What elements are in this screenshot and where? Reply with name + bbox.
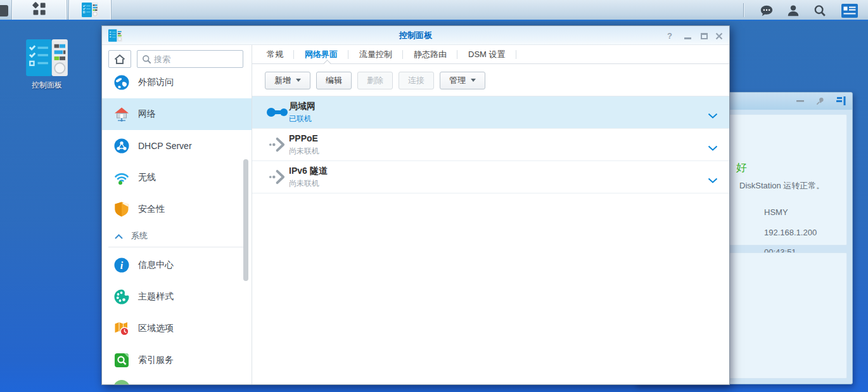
sidebar-item-wireless[interactable]: 无线 (102, 162, 252, 193)
server-name-value: HSMY (764, 207, 788, 217)
health-status-text: DiskStation 运转正常。 (739, 180, 824, 192)
svg-text:i: i (120, 260, 124, 271)
sidebar-item-regional-options[interactable]: 区域选项 (102, 313, 252, 344)
network-home-icon (113, 106, 130, 122)
sidebar-divider (108, 247, 246, 247)
maximize-button[interactable] (699, 31, 709, 41)
toolbar: 新增 编辑 删除 连接 管理 (252, 65, 729, 96)
palette-icon (113, 289, 130, 305)
sidebar-item-label: 索引服务 (138, 355, 174, 366)
interface-status: 尚未联机 (289, 146, 319, 157)
sidebar-item-label: DHCP Server (138, 141, 192, 151)
window-title: 控制面板 (102, 26, 729, 45)
sidebar-item-label: 安全性 (138, 204, 165, 215)
minimize-button[interactable] (682, 31, 692, 41)
connect-button[interactable]: 连接 (399, 72, 434, 89)
sidebar-item-network[interactable]: 网络 (102, 98, 252, 130)
tab-traffic-control[interactable]: 流量控制 (348, 45, 403, 63)
wifi-icon (113, 169, 130, 186)
interface-list: 局域网 已联机 (252, 96, 729, 193)
interface-row-lan[interactable]: 局域网 已联机 (252, 96, 729, 129)
control-panel-icon (82, 3, 98, 17)
main-menu-icon (32, 1, 47, 19)
taskbar-divider (743, 3, 744, 17)
shield-icon (113, 201, 130, 218)
sidebar-section-label: 系统 (131, 230, 148, 242)
dropdown-caret-icon (471, 79, 476, 82)
taskbar (0, 0, 868, 21)
sidebar-section-system[interactable]: 系统 (102, 225, 252, 247)
chevron-down-icon[interactable] (708, 110, 718, 121)
control-panel-shortcut[interactable]: 控制面板 (22, 39, 72, 91)
tab-general[interactable]: 常规 (256, 45, 294, 63)
edit-button[interactable]: 编辑 (316, 72, 352, 89)
control-panel-taskbar-button[interactable] (68, 0, 112, 20)
widgets-icon[interactable] (841, 4, 857, 18)
widget-minimize-icon[interactable] (796, 96, 807, 105)
home-button[interactable] (108, 50, 131, 68)
tab-bar: 常规 网络界面 流量控制 静态路由 DSM 设置 (252, 45, 729, 64)
desktop: 控制面板 好 Di (0, 0, 868, 392)
search-input[interactable] (154, 51, 240, 67)
window-content: 常规 网络界面 流量控制 静态路由 DSM 设置 新增 编辑 删除 (252, 45, 729, 384)
map-clock-icon (113, 320, 130, 337)
tab-network-interface[interactable]: 网络界面 (294, 45, 348, 63)
pppoe-connection-icon (265, 134, 290, 155)
interface-status: 已联机 (289, 114, 312, 124)
interface-status: 尚未联机 (289, 178, 319, 189)
sidebar-item-dhcp-server[interactable]: DHCP Server (102, 130, 252, 162)
interface-name: 局域网 (289, 101, 316, 112)
main-menu-button[interactable] (11, 0, 67, 20)
shortcut-label: 控制面板 (22, 80, 72, 91)
dhcp-server-icon (113, 138, 130, 154)
home-icon (114, 54, 125, 65)
search-box[interactable] (137, 50, 243, 68)
sidebar-item-label: 信息中心 (138, 259, 174, 271)
sidebar-item-partial-icon (113, 380, 130, 384)
sidebar-item-theme[interactable]: 主题样式 (102, 281, 252, 313)
interface-row-ipv6-tunnel[interactable]: IPv6 隧道 尚未联机 (252, 161, 729, 193)
sidebar-item-label: 无线 (138, 172, 156, 183)
add-button[interactable]: 新增 (265, 72, 310, 89)
widget-pin-icon[interactable] (815, 96, 826, 105)
sidebar-scrollbar[interactable] (243, 159, 248, 281)
window-titlebar[interactable]: 控制面板 ? (102, 26, 729, 45)
interface-name: PPPoE (289, 133, 318, 143)
window-body: 外部访问 网络 (102, 45, 729, 384)
sidebar-item-info-center[interactable]: i 信息中心 (102, 249, 252, 281)
manage-button[interactable]: 管理 (440, 72, 485, 89)
chat-icon[interactable] (759, 4, 774, 18)
sidebar-item-label: 网络 (138, 108, 156, 120)
ip-address-value: 192.168.1.200 (764, 228, 817, 237)
interface-name: IPv6 隧道 (289, 166, 328, 177)
info-icon: i (113, 257, 130, 273)
sidebar-item-security[interactable]: 安全性 (102, 193, 252, 225)
search-icon (142, 55, 151, 64)
close-button[interactable] (714, 31, 724, 41)
lan-connection-icon (265, 102, 290, 122)
ipv6-tunnel-connection-icon (265, 167, 290, 187)
widget-layout-icon[interactable] (836, 96, 846, 105)
control-panel-icon (22, 39, 72, 76)
control-panel-window: 控制面板 ? (101, 25, 730, 385)
greeting-text: 好 (736, 160, 747, 175)
interface-row-pppoe[interactable]: PPPoE 尚未联机 (252, 129, 729, 161)
index-search-icon (113, 352, 130, 369)
sidebar-item-label: 主题样式 (138, 291, 174, 303)
help-button[interactable]: ? (665, 31, 675, 41)
delete-button[interactable]: 删除 (357, 72, 393, 89)
globe-icon (113, 74, 130, 91)
search-icon[interactable] (812, 4, 827, 18)
sidebar-item-label: 外部访问 (138, 77, 174, 88)
dropdown-caret-icon (296, 79, 301, 82)
sidebar-item-label: 区域选项 (138, 323, 174, 334)
tab-dsm-settings[interactable]: DSM 设置 (457, 45, 516, 63)
taskbar-edge-icon[interactable] (0, 5, 8, 16)
user-icon[interactable] (786, 4, 801, 18)
window-sidebar: 外部访问 网络 (102, 45, 252, 384)
chevron-down-icon[interactable] (708, 142, 718, 154)
sidebar-item-indexing-service[interactable]: 索引服务 (102, 344, 252, 376)
tab-static-route[interactable]: 静态路由 (403, 45, 457, 63)
sidebar-item-external-access[interactable]: 外部访问 (102, 67, 252, 98)
chevron-down-icon[interactable] (708, 174, 718, 186)
